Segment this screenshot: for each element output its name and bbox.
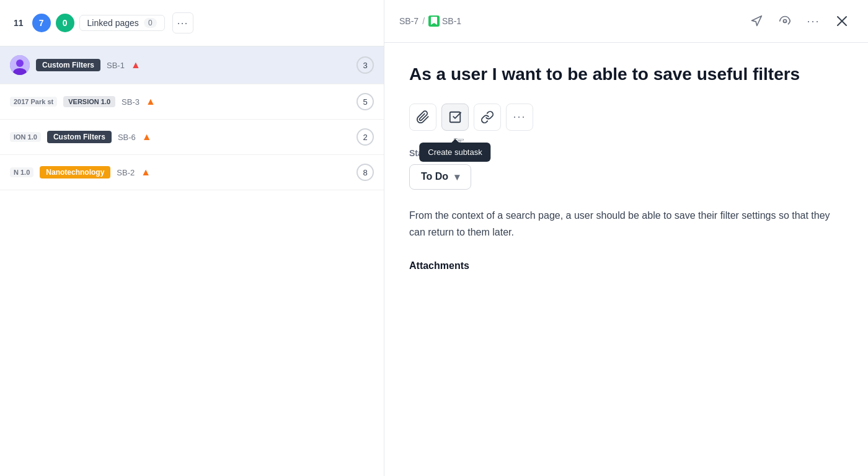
left-header: 11 7 0 Linked pages 0 ··· <box>0 0 384 46</box>
svg-point-1 <box>16 60 24 67</box>
item-left-label: 2017 Park st <box>10 97 57 107</box>
right-header: SB-7 / SB-1 <box>384 0 868 43</box>
toolbar-more-icon: ··· <box>513 110 526 123</box>
breadcrumb-separator: / <box>422 16 425 26</box>
item-id: SB-3 <box>122 97 140 107</box>
item-tag: Nanotechnology <box>40 166 110 178</box>
left-panel: 11 7 0 Linked pages 0 ··· Custom Filters… <box>0 0 384 476</box>
priority-medium-icon: ▲ <box>141 167 151 178</box>
more-options-button[interactable]: ··· <box>802 10 825 32</box>
item-tag: Custom Filters <box>36 59 100 71</box>
badge-7: 7 <box>32 14 51 32</box>
more-options-button[interactable]: ··· <box>172 12 193 33</box>
subtask-button-container: ☞ Create subtask <box>441 104 469 131</box>
item-count: 5 <box>356 93 374 110</box>
chevron-down-icon: ▾ <box>454 171 459 183</box>
badge-0: 0 <box>56 14 74 32</box>
count-11: 11 <box>10 17 27 29</box>
attachments-section: Attachments <box>409 260 843 271</box>
priority-medium-icon: ▲ <box>142 131 152 143</box>
item-left-label: N 1.0 <box>10 167 33 177</box>
status-value: To Do <box>421 171 448 182</box>
linked-pages-button[interactable]: Linked pages 0 <box>79 15 165 31</box>
version-tag: VERSION 1.0 <box>63 96 115 107</box>
linked-pages-label: Linked pages <box>87 18 139 28</box>
issue-list: Custom Filters SB-1 ▲ 3 2017 Park st VER… <box>0 46 384 476</box>
list-item[interactable]: 2017 Park st VERSION 1.0 SB-3 ▲ 5 <box>0 84 384 120</box>
item-id: SB-6 <box>118 133 136 142</box>
svg-rect-6 <box>450 112 461 123</box>
right-content: As a user I want to be able to save usef… <box>384 43 868 476</box>
priority-medium-icon: ▲ <box>146 96 156 107</box>
linked-pages-count: 0 <box>144 18 157 28</box>
item-count: 2 <box>356 128 374 146</box>
breadcrumb-parent[interactable]: SB-7 <box>399 16 418 26</box>
toolbar-more-button[interactable]: ··· <box>506 104 533 131</box>
link-button[interactable] <box>474 104 501 131</box>
item-id: SB-1 <box>107 61 125 70</box>
item-count: 8 <box>356 164 374 181</box>
avatar <box>10 55 30 75</box>
more-dots-icon: ··· <box>807 15 820 28</box>
issue-description: From the context of a search page, a use… <box>409 207 843 240</box>
item-tag: Custom Filters <box>47 131 112 143</box>
list-item[interactable]: ION 1.0 Custom Filters SB-6 ▲ 2 <box>0 120 384 155</box>
priority-high-icon: ▲ <box>131 60 141 71</box>
status-label: Status <box>409 148 843 158</box>
item-left-label: ION 1.0 <box>10 132 41 142</box>
status-dropdown[interactable]: To Do ▾ <box>409 164 471 190</box>
bookmark-icon <box>428 15 440 27</box>
attach-button[interactable] <box>409 104 436 131</box>
issue-title: As a user I want to be able to save usef… <box>409 63 843 86</box>
right-panel: SB-7 / SB-1 <box>384 0 868 476</box>
breadcrumb-current-id: SB-1 <box>442 16 461 26</box>
list-item[interactable]: N 1.0 Nanotechnology SB-2 ▲ 8 <box>0 155 384 190</box>
breadcrumb: SB-7 / SB-1 <box>399 15 461 27</box>
create-subtask-button[interactable]: ☞ <box>441 104 469 131</box>
close-button[interactable] <box>831 10 853 32</box>
item-id: SB-2 <box>117 168 135 177</box>
breadcrumb-current: SB-1 <box>428 15 461 27</box>
action-toolbar: ☞ Create subtask ··· <box>409 104 843 131</box>
watch-button[interactable] <box>774 10 796 32</box>
status-section: Status To Do ▾ <box>409 148 843 190</box>
item-count: 3 <box>356 56 374 74</box>
list-item[interactable]: Custom Filters SB-1 ▲ 3 <box>0 46 384 84</box>
header-actions: ··· <box>745 10 853 32</box>
announce-button[interactable] <box>745 10 768 32</box>
attachments-label: Attachments <box>409 260 469 271</box>
